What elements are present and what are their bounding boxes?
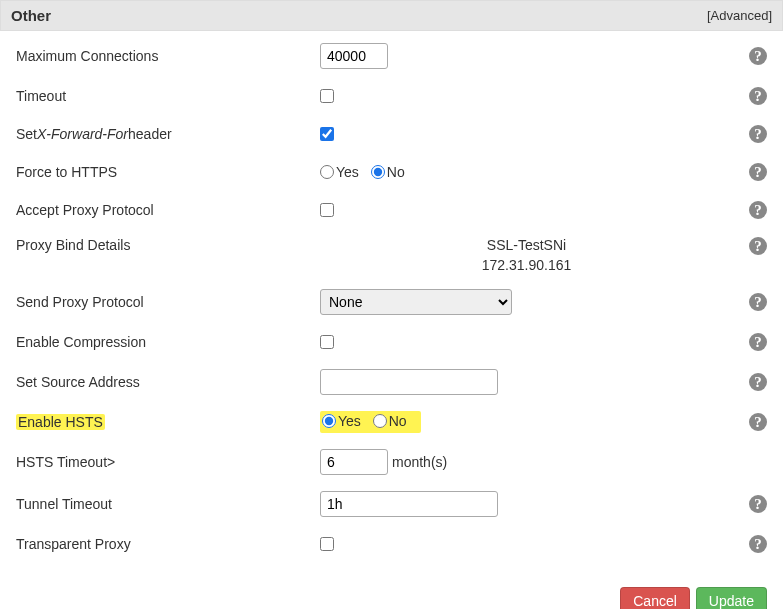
label-accept-proxy: Accept Proxy Protocol	[0, 202, 320, 218]
label-hsts-timeout: HSTS Timeout>	[0, 454, 320, 470]
row-force-https: Force to HTTPS Yes No ?	[0, 153, 783, 191]
label-proxy-bind: Proxy Bind Details	[0, 237, 320, 253]
checkbox-transparent-proxy[interactable]	[320, 537, 334, 551]
row-accept-proxy: Accept Proxy Protocol ?	[0, 191, 783, 229]
radio-force-https-yes-wrap[interactable]: Yes	[320, 164, 359, 180]
help-icon[interactable]: ?	[749, 47, 767, 65]
radio-hsts-no[interactable]	[373, 414, 387, 428]
label-enable-compression: Enable Compression	[0, 334, 320, 350]
help-icon[interactable]: ?	[749, 163, 767, 181]
radio-hsts-yes[interactable]	[322, 414, 336, 428]
update-button[interactable]: Update	[696, 587, 767, 609]
help-icon[interactable]: ?	[749, 237, 767, 255]
hsts-timeout-unit: month(s)	[392, 454, 447, 470]
label-send-proxy: Send Proxy Protocol	[0, 294, 320, 310]
help-icon[interactable]: ?	[749, 495, 767, 513]
help-icon[interactable]: ?	[749, 87, 767, 105]
label-transparent-proxy: Transparent Proxy	[0, 536, 320, 552]
radio-force-https-no[interactable]	[371, 165, 385, 179]
input-hsts-timeout[interactable]	[320, 449, 388, 475]
label-xff-suffix: header	[128, 126, 172, 142]
checkbox-enable-compression[interactable]	[320, 335, 334, 349]
checkbox-xff[interactable]	[320, 127, 334, 141]
form-body: Maximum Connections ? Timeout ? Set X-Fo…	[0, 31, 783, 577]
row-tunnel-timeout: Tunnel Timeout ?	[0, 483, 783, 525]
cancel-button[interactable]: Cancel	[620, 587, 690, 609]
label-tunnel-timeout: Tunnel Timeout	[0, 496, 320, 512]
help-icon[interactable]: ?	[749, 125, 767, 143]
input-set-source[interactable]	[320, 369, 498, 395]
advanced-toggle[interactable]: [Advanced]	[707, 8, 772, 23]
label-max-connections: Maximum Connections	[0, 48, 320, 64]
label-set-source: Set Source Address	[0, 374, 320, 390]
row-set-source: Set Source Address ?	[0, 361, 783, 403]
help-icon[interactable]: ?	[749, 535, 767, 553]
row-transparent-proxy: Transparent Proxy ?	[0, 525, 783, 563]
help-icon[interactable]: ?	[749, 333, 767, 351]
label-timeout: Timeout	[0, 88, 320, 104]
checkbox-timeout[interactable]	[320, 89, 334, 103]
radio-force-https-yes[interactable]	[320, 165, 334, 179]
label-force-https: Force to HTTPS	[0, 164, 320, 180]
help-icon[interactable]: ?	[749, 293, 767, 311]
row-enable-compression: Enable Compression ?	[0, 323, 783, 361]
row-proxy-bind: Proxy Bind Details SSL-TestSNi 172.31.90…	[0, 229, 783, 281]
help-icon[interactable]: ?	[749, 413, 767, 431]
section-header: Other [Advanced]	[0, 0, 783, 31]
proxy-bind-line1: SSL-TestSNi	[487, 237, 566, 253]
help-icon[interactable]: ?	[749, 373, 767, 391]
row-send-proxy: Send Proxy Protocol None ?	[0, 281, 783, 323]
proxy-bind-line2: 172.31.90.161	[482, 257, 572, 273]
radio-hsts-no-wrap[interactable]: No	[373, 413, 407, 429]
row-hsts-timeout: HSTS Timeout> month(s)	[0, 441, 783, 483]
label-enable-hsts: Enable HSTS	[0, 414, 320, 430]
input-tunnel-timeout[interactable]	[320, 491, 498, 517]
row-max-connections: Maximum Connections ?	[0, 35, 783, 77]
input-max-connections[interactable]	[320, 43, 388, 69]
row-enable-hsts: Enable HSTS Yes No ?	[0, 403, 783, 441]
hsts-radio-highlight: Yes No	[320, 411, 421, 433]
checkbox-accept-proxy[interactable]	[320, 203, 334, 217]
row-xff: Set X-Forward-For header ?	[0, 115, 783, 153]
section-title: Other	[11, 7, 51, 24]
footer-actions: Cancel Update	[0, 577, 783, 609]
radio-hsts-yes-wrap[interactable]: Yes	[322, 413, 361, 429]
label-xff: Set X-Forward-For header	[0, 126, 320, 142]
select-send-proxy[interactable]: None	[320, 289, 512, 315]
label-xff-italic: X-Forward-For	[37, 126, 128, 142]
row-timeout: Timeout ?	[0, 77, 783, 115]
radio-force-https-no-wrap[interactable]: No	[371, 164, 405, 180]
label-xff-prefix: Set	[16, 126, 37, 142]
help-icon[interactable]: ?	[749, 201, 767, 219]
